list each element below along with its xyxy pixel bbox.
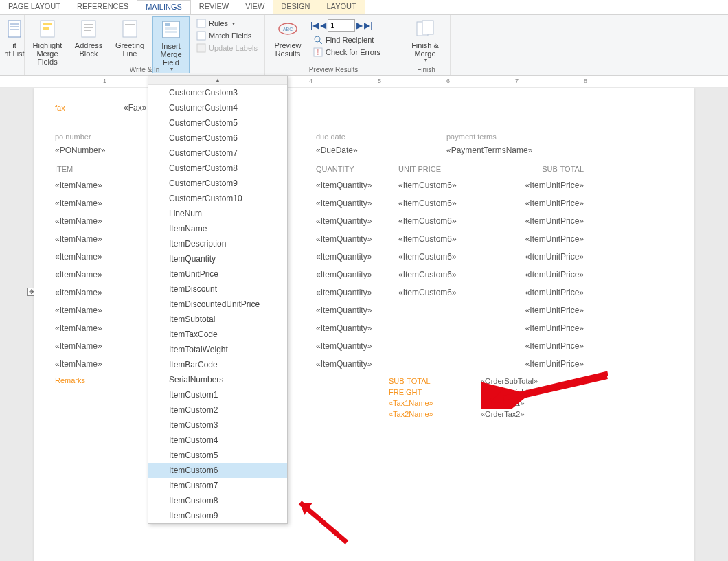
- dropdown-item-itembarcode[interactable]: ItemBarCode: [148, 357, 287, 372]
- item-name-field: «ItemName»: [55, 234, 102, 244]
- dropdown-item-customercustom9[interactable]: CustomerCustom9: [148, 176, 287, 191]
- item-custom6-field: «ItemCustom6»: [398, 216, 457, 226]
- find-recipient-button[interactable]: Find Recipient: [310, 34, 383, 45]
- item-unit-price-field: «ItemUnitPrice»: [525, 181, 584, 190]
- total-value: «OrderTax2»: [481, 410, 525, 418]
- annotation-arrow-1: [481, 368, 611, 409]
- item-unit-price-field: «ItemUnitPrice»: [525, 359, 584, 369]
- dropdown-item-customercustom8[interactable]: CustomerCustom8: [148, 161, 287, 176]
- item-unit-price-field: «ItemUnitPrice»: [525, 323, 584, 333]
- dropdown-item-itemdiscount[interactable]: ItemDiscount: [148, 282, 287, 297]
- address-icon: [78, 18, 100, 40]
- check-errors-button[interactable]: !Check for Errors: [310, 47, 383, 58]
- item-quantity-field: «ItemQuantity»: [316, 323, 372, 333]
- dropdown-item-itemunitprice[interactable]: ItemUnitPrice: [148, 266, 287, 282]
- dropdown-item-itemcustom9[interactable]: ItemCustom9: [148, 508, 287, 523]
- item-quantity-field: «ItemQuantity»: [316, 234, 372, 244]
- merge-field-icon: [160, 19, 182, 41]
- svg-rect-0: [8, 21, 21, 37]
- item-quantity-field: «ItemQuantity»: [316, 288, 372, 297]
- due-date-field: «DueDate»: [316, 146, 358, 155]
- item-custom6-field: «ItemCustom6»: [398, 288, 457, 297]
- tab-view[interactable]: VIEW: [237, 0, 273, 14]
- tab-page-layout[interactable]: PAGE LAYOUT: [0, 0, 69, 14]
- tab-layout[interactable]: LAYOUT: [319, 0, 365, 14]
- svg-rect-16: [165, 31, 177, 33]
- dropdown-item-customercustom6[interactable]: CustomerCustom6: [148, 130, 287, 146]
- dropdown-scroll-up[interactable]: ▲: [148, 76, 287, 85]
- finish-merge-button[interactable]: Finish &Merge▾: [407, 16, 444, 64]
- annotation-arrow-2: [292, 494, 354, 549]
- dropdown-item-customercustom5[interactable]: CustomerCustom5: [148, 115, 287, 130]
- header-quantity: QUANTITY: [316, 165, 398, 173]
- insert-merge-field-button[interactable]: Insert MergeField▾: [152, 16, 190, 73]
- insert-merge-field-dropdown: ▲ CustomerCustom3CustomerCustom4Customer…: [148, 76, 288, 524]
- fax-field: «Fax»: [124, 103, 146, 113]
- dropdown-item-customercustom7[interactable]: CustomerCustom7: [148, 146, 287, 161]
- total-label: «Tax2Name»: [389, 410, 481, 418]
- greeting-icon: [119, 18, 141, 40]
- dropdown-item-itemcustom2[interactable]: ItemCustom2: [148, 402, 287, 417]
- dropdown-item-itemquantity[interactable]: ItemQuantity: [148, 251, 287, 266]
- prev-record-button[interactable]: ◀: [320, 21, 326, 30]
- document-area: ✥ fax «Fax» po number «PONumber» due dat…: [0, 88, 728, 561]
- item-quantity-field: «ItemQuantity»: [316, 181, 372, 190]
- header-unit-price: UNIT PRICE: [398, 165, 501, 173]
- group-write-insert-label: Write & In: [25, 66, 264, 73]
- dropdown-item-customercustom3[interactable]: CustomerCustom3: [148, 85, 287, 100]
- item-name-field: «ItemName»: [55, 216, 102, 226]
- svg-rect-11: [123, 21, 137, 37]
- tab-mailings[interactable]: MAILINGS: [137, 0, 191, 14]
- dropdown-item-itemcustom8[interactable]: ItemCustom8: [148, 493, 287, 508]
- dropdown-item-itemname[interactable]: ItemName: [148, 221, 287, 236]
- svg-rect-27: [422, 21, 433, 34]
- item-quantity-field: «ItemQuantity»: [316, 270, 372, 279]
- item-unit-price-field: «ItemUnitPrice»: [525, 270, 584, 279]
- horizontal-ruler[interactable]: 1 2 3 4 5 6 7 8: [0, 76, 728, 88]
- first-record-button[interactable]: |◀: [310, 21, 319, 30]
- next-record-button[interactable]: ▶: [356, 21, 363, 30]
- dropdown-item-linenum[interactable]: LineNum: [148, 206, 287, 221]
- item-custom6-field: «ItemCustom6»: [398, 234, 457, 244]
- dropdown-item-itemcustom3[interactable]: ItemCustom3: [148, 417, 287, 433]
- dropdown-item-itemtotalweight[interactable]: ItemTotalWeight: [148, 342, 287, 357]
- rules-button[interactable]: Rules▾: [194, 18, 260, 29]
- item-custom6-field: «ItemCustom6»: [398, 198, 457, 208]
- svg-point-22: [315, 36, 320, 42]
- match-icon: [196, 31, 206, 41]
- dropdown-item-itemcustom4[interactable]: ItemCustom4: [148, 433, 287, 448]
- dropdown-item-itemdiscountedunitprice[interactable]: ItemDiscountedUnitPrice: [148, 297, 287, 312]
- dropdown-item-customercustom4[interactable]: CustomerCustom4: [148, 100, 287, 115]
- dropdown-item-serialnumbers[interactable]: SerialNumbers: [148, 372, 287, 387]
- svg-rect-15: [165, 27, 177, 30]
- dropdown-item-itemtaxcode[interactable]: ItemTaxCode: [148, 327, 287, 342]
- preview-icon: ABC: [277, 18, 299, 40]
- address-block-button[interactable]: AddressBlock: [70, 16, 107, 58]
- tab-references[interactable]: REFERENCES: [69, 0, 137, 14]
- preview-results-button[interactable]: ABC PreviewResults: [269, 16, 306, 58]
- dropdown-item-itemcustom6[interactable]: ItemCustom6: [148, 463, 287, 478]
- item-quantity-field: «ItemQuantity»: [316, 341, 372, 351]
- due-date-label: due date: [316, 133, 345, 141]
- dropdown-item-itemcustom5[interactable]: ItemCustom5: [148, 448, 287, 463]
- tab-review[interactable]: REVIEW: [191, 0, 237, 14]
- item-quantity-field: «ItemQuantity»: [316, 198, 372, 208]
- tab-design[interactable]: DESIGN: [273, 0, 318, 14]
- dropdown-item-itemdescription[interactable]: ItemDescription: [148, 236, 287, 251]
- edit-recipient-list-button[interactable]: itnt List: [4, 16, 25, 58]
- item-custom6-field: «ItemCustom6»: [398, 181, 457, 190]
- dropdown-item-itemcustom7[interactable]: ItemCustom7: [148, 478, 287, 493]
- item-quantity-field: «ItemQuantity»: [316, 306, 372, 315]
- greeting-line-button[interactable]: GreetingLine: [111, 16, 148, 58]
- highlight-merge-fields-button[interactable]: HighlightMerge Fields: [29, 16, 66, 66]
- dropdown-item-itemsubtotal[interactable]: ItemSubtotal: [148, 312, 287, 327]
- dropdown-item-customercustom10[interactable]: CustomerCustom10: [148, 191, 287, 206]
- update-labels-button: Update Labels: [194, 43, 260, 54]
- record-number-input[interactable]: [328, 19, 355, 32]
- dropdown-item-itemcustom1[interactable]: ItemCustom1: [148, 387, 287, 402]
- item-unit-price-field: «ItemUnitPrice»: [525, 234, 584, 244]
- item-name-field: «ItemName»: [55, 288, 102, 297]
- match-fields-button[interactable]: Match Fields: [194, 30, 260, 41]
- last-record-button[interactable]: ▶|: [364, 21, 372, 30]
- document-page[interactable]: fax «Fax» po number «PONumber» due date …: [34, 88, 694, 561]
